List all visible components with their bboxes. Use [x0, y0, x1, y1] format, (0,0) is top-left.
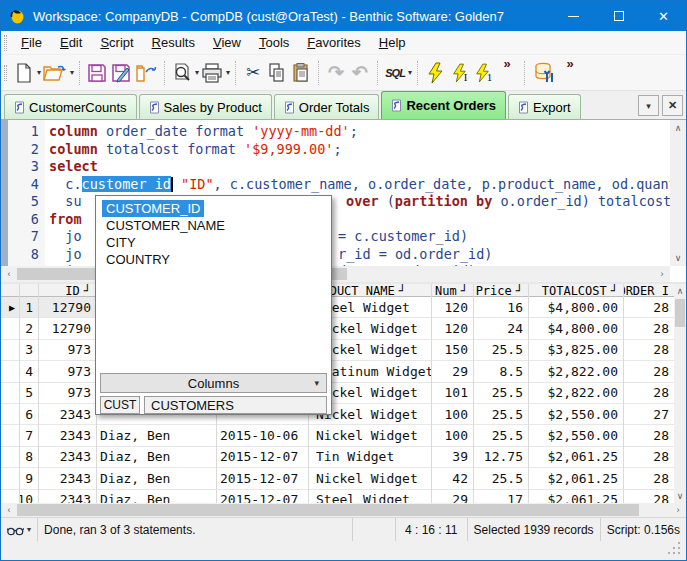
resize-grip[interactable]: [678, 552, 680, 554]
column-header-price[interactable]: Price┘: [473, 284, 528, 297]
tab-close-button[interactable]: ✕: [662, 95, 683, 116]
cell-totalcost[interactable]: $2,061.25: [528, 490, 623, 503]
column-header-id[interactable]: ID┘: [38, 284, 96, 297]
cell-order_id[interactable]: 28: [623, 468, 674, 489]
row-marker-cell[interactable]: [1, 383, 19, 404]
cell-num[interactable]: 100: [431, 404, 473, 425]
autocomplete-item-customer-name[interactable]: CUSTOMER_NAME: [102, 217, 229, 234]
cell-id[interactable]: 2343: [38, 468, 96, 489]
cell-order_id[interactable]: 28: [623, 447, 674, 468]
scroll-right-icon[interactable]: ›: [654, 266, 670, 282]
cell-totalcost[interactable]: $2,061.25: [528, 447, 623, 468]
cut-button[interactable]: ✂: [241, 59, 265, 87]
cell-price[interactable]: 24: [473, 318, 528, 339]
tab-export[interactable]: Export: [508, 94, 581, 119]
revert-button[interactable]: [133, 59, 159, 87]
grid-hscroll-thumb[interactable]: [17, 504, 639, 516]
cell-price[interactable]: 8.5: [473, 361, 528, 382]
print-preview-button[interactable]: [170, 59, 194, 87]
tab-list-dropdown[interactable]: ▾: [638, 95, 659, 116]
new-script-button[interactable]: [12, 59, 36, 87]
sql-options-button[interactable]: SQL: [383, 59, 407, 87]
tab-sales-by-product[interactable]: Sales by Product: [139, 94, 272, 119]
cell-rownum[interactable]: 10: [19, 490, 38, 503]
cell-id[interactable]: 973: [38, 340, 96, 361]
execute-single-button[interactable]: 1: [471, 59, 495, 87]
cell-num[interactable]: 39: [431, 447, 473, 468]
grid-vscroll-thumb[interactable]: [675, 299, 685, 327]
cell-customer_name[interactable]: Diaz, Ben: [96, 490, 216, 503]
cell-order_id[interactable]: 27: [623, 404, 674, 425]
cell-order_date[interactable]: 2015-12-07: [216, 468, 308, 489]
cell-price[interactable]: 12.75: [473, 447, 528, 468]
cell-totalcost[interactable]: $3,825.00: [528, 340, 623, 361]
row-marker-cell[interactable]: [1, 340, 19, 361]
scroll-left-icon[interactable]: ‹: [1, 503, 17, 517]
cell-totalcost[interactable]: $2,822.00: [528, 361, 623, 382]
cell-num[interactable]: 120: [431, 318, 473, 339]
tab-order-totals[interactable]: Order Totals: [274, 94, 380, 119]
save-button[interactable]: [85, 59, 109, 87]
cell-totalcost[interactable]: $4,800.00: [528, 297, 623, 318]
cell-price[interactable]: 25.5: [473, 404, 528, 425]
cell-num[interactable]: 29: [431, 361, 473, 382]
cell-num[interactable]: 150: [431, 340, 473, 361]
cell-price[interactable]: 25.5: [473, 425, 528, 446]
cell-order_id[interactable]: 28: [623, 340, 674, 361]
copy-button[interactable]: [265, 59, 289, 87]
column-header-totalcost[interactable]: TOTALCOST┘: [528, 284, 623, 297]
row-marker-cell[interactable]: [1, 468, 19, 489]
cell-order_id[interactable]: 28: [623, 490, 674, 503]
scroll-left-icon[interactable]: ‹: [1, 266, 17, 282]
paste-button[interactable]: [289, 59, 313, 87]
editor-line[interactable]: 1column order_date format 'yyyy-mm-dd';: [1, 122, 670, 140]
table-name-field[interactable]: CUSTOMERS: [144, 396, 327, 414]
autocomplete-item-city[interactable]: CITY: [102, 234, 140, 251]
cell-totalcost[interactable]: $4,800.00: [528, 318, 623, 339]
scroll-down-icon[interactable]: ∨: [670, 250, 686, 266]
cell-id[interactable]: 2343: [38, 425, 96, 446]
cell-id[interactable]: 12790: [38, 318, 96, 339]
menu-script[interactable]: Script: [91, 31, 142, 55]
autocomplete-category-combo[interactable]: Columns ▾: [100, 373, 327, 393]
status-view-button[interactable]: ▾: [1, 518, 38, 541]
cell-order_id[interactable]: 28: [623, 425, 674, 446]
row-marker-cell[interactable]: [1, 425, 19, 446]
undo-button[interactable]: ↶: [348, 59, 372, 87]
grid-vscrollbar[interactable]: ∧ ∨: [674, 284, 686, 503]
cell-customer_name[interactable]: Diaz, Ben: [96, 447, 216, 468]
scroll-right-icon[interactable]: ›: [670, 503, 686, 517]
cell-order_id[interactable]: 28: [623, 318, 674, 339]
db-tools-button[interactable]: [530, 59, 558, 87]
cell-rownum[interactable]: 1: [19, 297, 38, 318]
tab-customercounts[interactable]: CustomerCounts: [4, 94, 137, 119]
cell-rownum[interactable]: 3: [19, 340, 38, 361]
cell-order_id[interactable]: 28: [623, 297, 674, 318]
scroll-down-icon[interactable]: ∨: [674, 489, 686, 503]
editor-vscrollbar[interactable]: ∧ ∨: [670, 120, 686, 266]
execute-statement-button[interactable]: I: [447, 59, 471, 87]
menu-favorites[interactable]: Favorites: [298, 31, 369, 55]
cell-totalcost[interactable]: $2,550.00: [528, 425, 623, 446]
row-marker-cell[interactable]: [1, 361, 19, 382]
editor-line[interactable]: 3select: [1, 157, 670, 175]
cell-product_name[interactable]: Nickel Widget: [308, 425, 431, 446]
cell-id[interactable]: 12790: [38, 297, 96, 318]
cell-price[interactable]: 16: [473, 297, 528, 318]
cell-totalcost[interactable]: $2,550.00: [528, 404, 623, 425]
cell-num[interactable]: 100: [431, 425, 473, 446]
autocomplete-item-customer-id[interactable]: CUSTOMER_ID: [102, 200, 204, 217]
open-script-button[interactable]: [41, 59, 69, 87]
cell-rownum[interactable]: 8: [19, 447, 38, 468]
cell-id[interactable]: 973: [38, 383, 96, 404]
menu-file[interactable]: File: [12, 31, 51, 55]
cell-order_date[interactable]: 2015-10-06: [216, 425, 308, 446]
db-overflow-button[interactable]: »: [558, 55, 582, 71]
row-marker-cell[interactable]: [1, 447, 19, 468]
cell-num[interactable]: 120: [431, 297, 473, 318]
cell-price[interactable]: 25.5: [473, 340, 528, 361]
grid-hscrollbar[interactable]: ‹ ›: [1, 503, 686, 517]
scroll-up-icon[interactable]: ∧: [674, 284, 686, 298]
menu-edit[interactable]: Edit: [51, 31, 91, 55]
print-dropdown[interactable]: ▾: [226, 68, 230, 77]
